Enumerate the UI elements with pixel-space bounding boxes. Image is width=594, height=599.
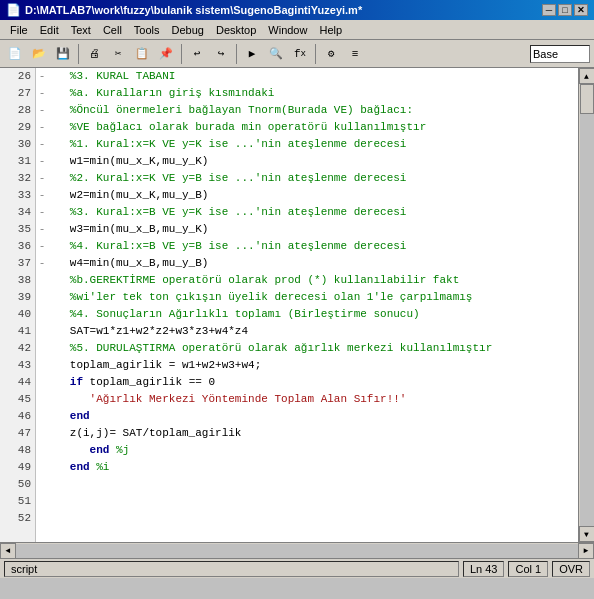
code-line: end bbox=[50, 408, 578, 425]
func-button[interactable]: fx bbox=[289, 43, 311, 65]
scroll-thumb-v[interactable] bbox=[580, 84, 594, 114]
menu-window[interactable]: Window bbox=[262, 22, 313, 38]
code-line: end %j bbox=[50, 442, 578, 459]
horizontal-scrollbar[interactable]: ◄ ► bbox=[0, 542, 594, 558]
app-icon: 📄 bbox=[6, 3, 21, 17]
code-line: %VE bağlacı olarak burada min operatörü … bbox=[50, 119, 578, 136]
run-button[interactable]: ▶ bbox=[241, 43, 263, 65]
menu-edit[interactable]: Edit bbox=[34, 22, 65, 38]
status-mode: script bbox=[4, 561, 459, 577]
save-button[interactable]: 💾 bbox=[52, 43, 74, 65]
new-file-button[interactable]: 📄 bbox=[4, 43, 26, 65]
maximize-button[interactable]: □ bbox=[558, 4, 572, 16]
code-line: z(i,j)= SAT/toplam_agirlik bbox=[50, 425, 578, 442]
status-col: Col 1 bbox=[508, 561, 548, 577]
scroll-track-h[interactable] bbox=[16, 544, 578, 558]
menu-bar: File Edit Text Cell Tools Debug Desktop … bbox=[0, 20, 594, 40]
print-button[interactable]: 🖨 bbox=[83, 43, 105, 65]
code-line: %wi'ler tek ton çıkışın üyelik derecesi … bbox=[50, 289, 578, 306]
redo-button[interactable]: ↪ bbox=[210, 43, 232, 65]
code-line: w2=min(mu_x_K,mu_y_B) bbox=[50, 187, 578, 204]
code-column[interactable]: %3. KURAL TABANI %a. Kuralların giriş kı… bbox=[48, 68, 578, 542]
code-line: w4=min(mu_x_B,mu_y_B) bbox=[50, 255, 578, 272]
code-content[interactable]: 2627282930313233343536373839404142434445… bbox=[0, 68, 578, 542]
window-title: D:\MATLAB7\work\fuzzy\bulanik sistem\Sug… bbox=[25, 4, 362, 16]
cut-button[interactable]: ✂ bbox=[107, 43, 129, 65]
code-line: w3=min(mu_x_B,mu_y_K) bbox=[50, 221, 578, 238]
base-input[interactable] bbox=[530, 45, 590, 63]
menu-desktop[interactable]: Desktop bbox=[210, 22, 262, 38]
code-line: w1=min(mu_x_K,mu_y_K) bbox=[50, 153, 578, 170]
copy-button[interactable]: 📋 bbox=[131, 43, 153, 65]
code-line: %5. DURULAŞTIRMA operatörü olarak ağırlı… bbox=[50, 340, 578, 357]
code-line: %a. Kuralların giriş kısmındaki bbox=[50, 85, 578, 102]
toolbar-sep-1 bbox=[78, 44, 79, 64]
toolbar-sep-2 bbox=[181, 44, 182, 64]
scroll-down-button[interactable]: ▼ bbox=[579, 526, 595, 542]
close-button[interactable]: ✕ bbox=[574, 4, 588, 16]
status-ln: Ln 43 bbox=[463, 561, 505, 577]
code-line: end %i bbox=[50, 459, 578, 476]
open-button[interactable]: 📂 bbox=[28, 43, 50, 65]
scroll-right-button[interactable]: ► bbox=[578, 543, 594, 559]
paste-button[interactable]: 📌 bbox=[155, 43, 177, 65]
toolbar-sep-4 bbox=[315, 44, 316, 64]
code-line: SAT=w1*z1+w2*z2+w3*z3+w4*z4 bbox=[50, 323, 578, 340]
code-line: if toplam_agirlik == 0 bbox=[50, 374, 578, 391]
menu-text[interactable]: Text bbox=[65, 22, 97, 38]
editor-area: 2627282930313233343536373839404142434445… bbox=[0, 68, 594, 558]
debug-button[interactable]: ⚙ bbox=[320, 43, 342, 65]
title-bar-controls[interactable]: ─ □ ✕ bbox=[542, 4, 588, 16]
title-bar-left: 📄 D:\MATLAB7\work\fuzzy\bulanik sistem\S… bbox=[6, 3, 362, 17]
scroll-left-button[interactable]: ◄ bbox=[0, 543, 16, 559]
code-line: %4. Sonuçların Ağırlıklı toplamı (Birleş… bbox=[50, 306, 578, 323]
scroll-up-button[interactable]: ▲ bbox=[579, 68, 595, 84]
code-line: %3. Kural:x=B VE y=K ise ...'nin ateşlen… bbox=[50, 204, 578, 221]
toolbar: 📄 📂 💾 🖨 ✂ 📋 📌 ↩ ↪ ▶ 🔍 fx ⚙ ≡ bbox=[0, 40, 594, 68]
status-ovr: OVR bbox=[552, 561, 590, 577]
title-bar: 📄 D:\MATLAB7\work\fuzzy\bulanik sistem\S… bbox=[0, 0, 594, 20]
dash-column: ------------ bbox=[36, 68, 48, 542]
line-numbers: 2627282930313233343536373839404142434445… bbox=[0, 68, 36, 542]
code-line: 'Ağırlık Merkezi Yönteminde Toplam Alan … bbox=[50, 391, 578, 408]
code-line: %Öncül önermeleri bağlayan Tnorm(Burada … bbox=[50, 102, 578, 119]
code-line: %b.GEREKTİRME operatörü olarak prod (*) … bbox=[50, 272, 578, 289]
menu-cell[interactable]: Cell bbox=[97, 22, 128, 38]
find-button[interactable]: 🔍 bbox=[265, 43, 287, 65]
minimize-button[interactable]: ─ bbox=[542, 4, 556, 16]
status-bar: script Ln 43 Col 1 OVR bbox=[0, 558, 594, 578]
code-line: %4. Kural:x=B VE y=B ise ...'nin ateşlen… bbox=[50, 238, 578, 255]
menu-file[interactable]: File bbox=[4, 22, 34, 38]
scroll-track-v[interactable] bbox=[580, 84, 594, 526]
vertical-scrollbar[interactable]: ▲ ▼ bbox=[578, 68, 594, 542]
code-line: %3. KURAL TABANI bbox=[50, 68, 578, 85]
code-line: toplam_agirlik = w1+w2+w3+w4; bbox=[50, 357, 578, 374]
toolbar-sep-3 bbox=[236, 44, 237, 64]
code-editor[interactable]: 2627282930313233343536373839404142434445… bbox=[0, 68, 594, 558]
menu-help[interactable]: Help bbox=[313, 22, 348, 38]
code-line: %2. Kural:x=K VE y=B ise ...'nin ateşlen… bbox=[50, 170, 578, 187]
stack-button[interactable]: ≡ bbox=[344, 43, 366, 65]
code-line: %1. Kural:x=K VE y=K ise ...'nin ateşlen… bbox=[50, 136, 578, 153]
menu-debug[interactable]: Debug bbox=[166, 22, 210, 38]
undo-button[interactable]: ↩ bbox=[186, 43, 208, 65]
menu-tools[interactable]: Tools bbox=[128, 22, 166, 38]
